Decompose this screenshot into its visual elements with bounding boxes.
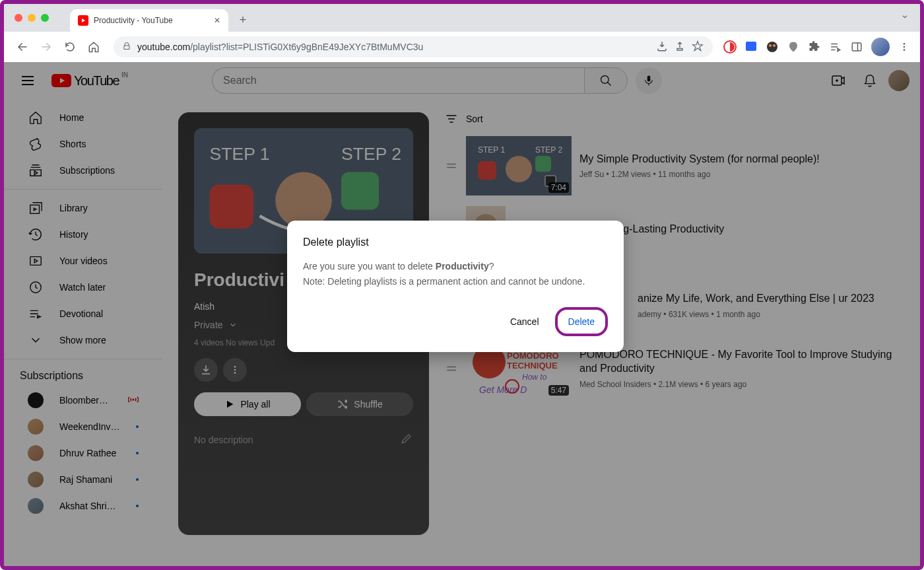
close-window-button[interactable] [15,14,22,22]
youtube-favicon-icon [78,15,88,26]
minimize-window-button[interactable] [28,14,36,22]
svg-rect-6 [852,43,861,51]
close-tab-button[interactable]: ✕ [214,16,220,25]
search-input[interactable] [212,67,584,94]
home-button[interactable] [84,38,103,56]
browser-profile-avatar[interactable] [871,38,890,56]
svg-point-10 [904,49,906,51]
notifications-button[interactable] [857,67,883,94]
account-avatar[interactable] [888,70,909,91]
maximize-window-button[interactable] [41,14,49,22]
svg-point-8 [904,43,906,45]
svg-point-0 [724,41,736,53]
delete-playlist-dialog: Delete playlist Are you sure you want to… [287,221,624,352]
forward-button[interactable] [37,38,55,56]
extension-icons: 9+ [723,38,911,56]
dialog-overlay[interactable]: Delete playlist Are you sure you want to… [4,99,920,566]
youtube-logo-text: YouTube [74,73,119,89]
extension-icon-4[interactable] [787,40,800,53]
svg-point-4 [769,44,772,47]
svg-point-5 [773,44,776,47]
tabs-overflow-button[interactable] [900,12,909,24]
delete-button[interactable]: Delete [555,307,608,336]
youtube-header: YouTube IN [4,62,920,99]
extension-icon-3[interactable] [766,40,779,53]
svg-rect-14 [832,76,842,85]
browser-menu-button[interactable] [898,40,911,53]
playlist-icon[interactable] [829,40,842,53]
region-code: IN [121,71,128,79]
browser-chrome: Productivity - YouTube ✕ + [4,4,920,62]
lock-icon [123,42,131,52]
create-button[interactable] [825,67,851,94]
svg-point-11 [601,76,609,84]
tab-title: Productivity - YouTube [94,16,173,25]
svg-text:9+: 9+ [748,52,754,53]
install-app-icon[interactable] [656,40,668,54]
nav-bar: youtube.com/playlist?list=PLISTiG0Xt6y9g… [4,32,920,62]
tab-strip: Productivity - YouTube ✕ + [4,4,920,32]
svg-point-3 [767,42,777,52]
share-icon[interactable] [675,41,685,53]
window-controls [15,14,49,22]
reload-button[interactable] [61,38,79,56]
dialog-title: Delete playlist [303,236,608,248]
sidepanel-icon[interactable] [850,40,863,53]
voice-search-button[interactable] [636,67,662,94]
svg-line-12 [608,83,611,86]
new-tab-button[interactable]: + [234,11,252,29]
search-button[interactable] [584,67,628,94]
hamburger-menu-button[interactable] [15,67,41,94]
extension-icon-2[interactable]: 9+ [744,40,758,53]
svg-rect-13 [647,76,651,82]
browser-tab[interactable]: Productivity - YouTube ✕ [70,9,228,32]
dialog-body: Are you sure you want to delete Producti… [303,259,608,289]
bookmark-icon[interactable] [692,40,704,54]
back-button[interactable] [13,38,32,56]
svg-rect-1 [746,42,756,51]
url-bar[interactable]: youtube.com/playlist?list=PLISTiG0Xt6y9g… [114,36,713,57]
extensions-button[interactable] [808,40,821,53]
cancel-button[interactable]: Cancel [500,310,550,334]
youtube-logo[interactable]: YouTube IN [51,73,119,89]
url-text: youtube.com/playlist?list=PLISTiG0Xt6y9g… [137,42,423,52]
extension-icon-1[interactable] [723,40,737,53]
youtube-logo-icon [51,74,71,87]
svg-point-9 [904,46,906,48]
